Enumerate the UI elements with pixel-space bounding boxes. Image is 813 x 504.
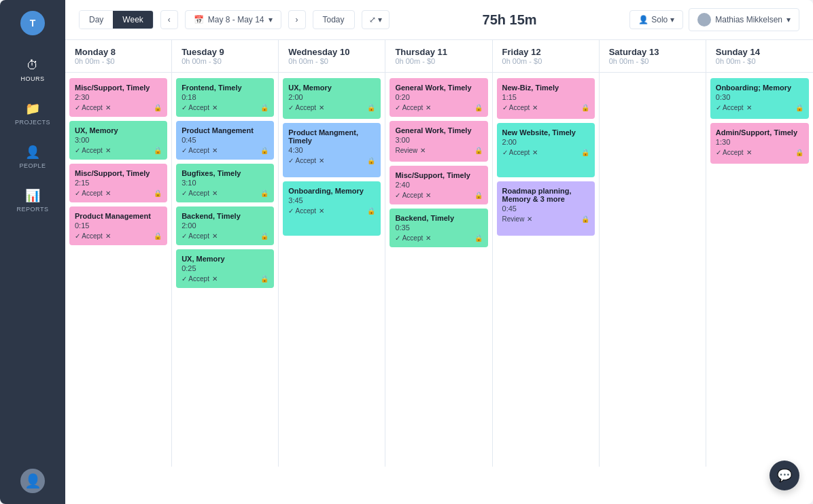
dismiss-button[interactable]: ✕ bbox=[532, 104, 538, 111]
event-card[interactable]: Onboarding, Memory 3:45 ✓ Accept ✕ 🔒 bbox=[283, 181, 381, 236]
chat-bubble-button[interactable]: 💬 bbox=[769, 461, 799, 490]
dismiss-button[interactable]: ✕ bbox=[212, 232, 218, 240]
dismiss-button[interactable]: ✕ bbox=[746, 104, 752, 111]
lock-icon: 🔒 bbox=[474, 147, 483, 154]
dismiss-button[interactable]: ✕ bbox=[212, 190, 218, 197]
accept-button[interactable]: ✓ Accept bbox=[395, 104, 423, 111]
solo-button[interactable]: 👤 Solo ▾ bbox=[629, 10, 683, 29]
event-card[interactable]: General Work, Timely 3:00 Review ✕ 🔒 bbox=[390, 121, 487, 162]
event-card[interactable]: UX, Memory 0:25 ✓ Accept ✕ 🔒 bbox=[176, 249, 274, 288]
date-range-label: May 8 - May 14 bbox=[208, 15, 264, 24]
accept-button[interactable]: ✓ Accept bbox=[181, 147, 209, 154]
sidebar-item-reports[interactable]: 📊 Reports bbox=[5, 181, 60, 219]
event-title: Onboarding, Memory bbox=[288, 187, 375, 195]
dismiss-button[interactable]: ✕ bbox=[426, 192, 431, 199]
event-card[interactable]: Misc/Support, Timely 2:40 ✓ Accept ✕ 🔒 bbox=[390, 166, 487, 204]
event-actions: ✓ Accept ✕ 🔒 bbox=[716, 149, 803, 156]
accept-button[interactable]: ✓ Accept bbox=[181, 232, 209, 240]
prev-week-button[interactable]: ‹ bbox=[160, 10, 178, 29]
event-actions: ✓ Accept ✕ 🔒 bbox=[181, 104, 269, 111]
accept-button[interactable]: ✓ Accept bbox=[288, 207, 316, 215]
event-actions: ✓ Accept ✕ 🔒 bbox=[75, 232, 162, 240]
event-card[interactable]: Product Mangment, Timely 4:30 ✓ Accept ✕… bbox=[283, 123, 381, 177]
user-button[interactable]: Mathias Mikkelsen ▾ bbox=[689, 8, 799, 31]
event-card[interactable]: Product Mangement 0:45 ✓ Accept ✕ 🔒 bbox=[176, 121, 274, 160]
sidebar-label-projects: Projects bbox=[15, 119, 50, 126]
day-header-0: Monday 8 0h 00m - $0 bbox=[65, 40, 172, 72]
date-range-button[interactable]: 📅 May 8 - May 14 ▾ bbox=[185, 10, 281, 29]
day-name-2: Wednesday 10 bbox=[288, 47, 375, 57]
dismiss-button[interactable]: ✕ bbox=[105, 104, 111, 111]
next-week-button[interactable]: › bbox=[288, 10, 306, 29]
event-card-roadmap[interactable]: Roadmap planning, Memory & 3 more 0:45 R… bbox=[497, 181, 595, 236]
lock-icon: 🔒 bbox=[367, 157, 375, 164]
accept-button[interactable]: ✓ Accept bbox=[502, 104, 530, 111]
event-card[interactable]: Backend, Timely 0:35 ✓ Accept ✕ 🔒 bbox=[390, 209, 487, 247]
dismiss-button[interactable]: ✕ bbox=[527, 215, 532, 223]
event-card[interactable]: Frontend, Timely 0:18 ✓ Accept ✕ 🔒 bbox=[176, 78, 274, 117]
event-actions: ✓ Accept ✕ 🔒 bbox=[181, 275, 269, 283]
day-header-1: Tuesday 9 0h 00m - $0 bbox=[172, 40, 279, 72]
review-button[interactable]: Review bbox=[395, 147, 417, 154]
dismiss-button[interactable]: ✕ bbox=[212, 147, 218, 154]
day-view-button[interactable]: Day bbox=[80, 11, 113, 29]
today-button[interactable]: Today bbox=[313, 10, 355, 29]
event-title: General Work, Timely bbox=[395, 126, 482, 134]
accept-button[interactable]: ✓ Accept bbox=[75, 147, 103, 154]
accept-button[interactable]: ✓ Accept bbox=[181, 275, 209, 283]
sidebar-item-projects[interactable]: 📁 Projects bbox=[5, 94, 60, 132]
sidebar-item-people[interactable]: 👤 People bbox=[5, 138, 60, 176]
accept-button[interactable]: ✓ Accept bbox=[716, 104, 744, 111]
event-title: New-Biz, Timely bbox=[502, 84, 589, 92]
user-avatar[interactable]: 👤 bbox=[20, 469, 45, 493]
dismiss-button[interactable]: ✕ bbox=[319, 207, 324, 215]
dismiss-button[interactable]: ✕ bbox=[319, 157, 324, 164]
lock-icon: 🔒 bbox=[260, 104, 269, 111]
dismiss-button[interactable]: ✕ bbox=[426, 104, 431, 111]
event-card[interactable]: Misc/Support, Timely 2:15 ✓ Accept ✕ 🔒 bbox=[69, 164, 167, 202]
accept-button[interactable]: ✓ Accept bbox=[181, 190, 209, 197]
accept-button[interactable]: ✓ Accept bbox=[395, 234, 423, 242]
event-card[interactable]: New Website, Timely 2:00 ✓ Accept ✕ 🔒 bbox=[497, 123, 595, 177]
dismiss-button[interactable]: ✕ bbox=[105, 232, 111, 240]
event-actions: ✓ Accept ✕ 🔒 bbox=[181, 147, 269, 154]
dismiss-button[interactable]: ✕ bbox=[105, 190, 111, 197]
dismiss-button[interactable]: ✕ bbox=[212, 275, 218, 283]
sidebar-item-hours[interactable]: ⏱ Hours bbox=[5, 52, 60, 89]
accept-button[interactable]: ✓ Accept bbox=[395, 192, 423, 199]
event-card[interactable]: UX, Memory 2:00 ✓ Accept ✕ 🔒 bbox=[283, 78, 381, 119]
dismiss-button[interactable]: ✕ bbox=[426, 234, 431, 242]
dismiss-button[interactable]: ✕ bbox=[319, 104, 324, 111]
day-header-5: Saturday 13 0h 00m - $0 bbox=[600, 40, 706, 72]
event-card[interactable]: Backend, Timely 2:00 ✓ Accept ✕ 🔒 bbox=[176, 206, 274, 245]
accept-button[interactable]: ✓ Accept bbox=[716, 149, 744, 156]
event-time: 2:00 bbox=[181, 221, 269, 230]
event-card[interactable]: UX, Memory 3:00 ✓ Accept ✕ 🔒 bbox=[69, 121, 167, 160]
accept-button[interactable]: ✓ Accept bbox=[75, 190, 103, 197]
accept-button[interactable]: ✓ Accept bbox=[75, 232, 103, 240]
accept-button[interactable]: ✓ Accept bbox=[502, 149, 530, 156]
event-card[interactable]: General Work, Timely 0:20 ✓ Accept ✕ 🔒 bbox=[390, 78, 487, 117]
accept-button[interactable]: ✓ Accept bbox=[288, 104, 316, 111]
event-card[interactable]: New-Biz, Timely 1:15 ✓ Accept ✕ 🔒 bbox=[497, 78, 595, 119]
expand-button[interactable]: ⤢ ▾ bbox=[362, 10, 390, 29]
review-button[interactable]: Review bbox=[502, 215, 525, 223]
event-card[interactable]: Onboarding; Memory 0:30 ✓ Accept ✕ 🔒 bbox=[710, 78, 809, 119]
dismiss-button[interactable]: ✕ bbox=[105, 147, 111, 154]
accept-button[interactable]: ✓ Accept bbox=[288, 157, 316, 164]
event-card[interactable]: Bugfixes, Timely 3:10 ✓ Accept ✕ 🔒 bbox=[176, 164, 274, 202]
chat-icon: 💬 bbox=[777, 468, 792, 483]
dismiss-button[interactable]: ✕ bbox=[420, 147, 426, 154]
accept-button[interactable]: ✓ Accept bbox=[75, 104, 103, 111]
event-title: Product Mangment, Timely bbox=[288, 128, 375, 145]
event-card[interactable]: Product Management 0:15 ✓ Accept ✕ 🔒 bbox=[69, 206, 167, 245]
dismiss-button[interactable]: ✕ bbox=[532, 149, 538, 156]
accept-button[interactable]: ✓ Accept bbox=[181, 104, 209, 111]
week-view-button[interactable]: Week bbox=[113, 11, 152, 29]
event-card[interactable]: Misc/Support, Timely 2:30 ✓ Accept ✕ 🔒 bbox=[69, 78, 167, 117]
dismiss-button[interactable]: ✕ bbox=[746, 149, 752, 156]
dismiss-button[interactable]: ✕ bbox=[212, 104, 218, 111]
lock-icon: 🔒 bbox=[581, 104, 589, 111]
event-time: 0:30 bbox=[716, 93, 803, 101]
event-card[interactable]: Admin/Support, Timely 1:30 ✓ Accept ✕ 🔒 bbox=[710, 123, 809, 164]
